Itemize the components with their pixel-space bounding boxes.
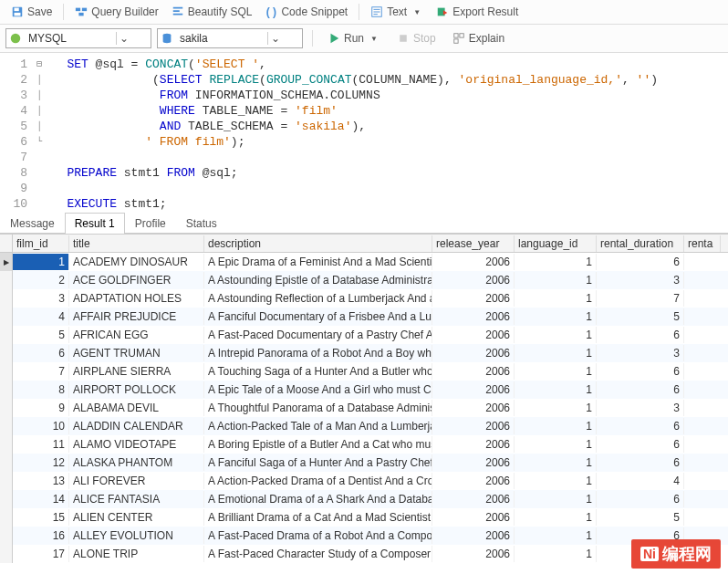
table-row[interactable]: 10ALADDIN CALENDARA Action-Packed Tale o… bbox=[0, 417, 728, 435]
cell-rental_duration[interactable]: 6 bbox=[597, 363, 684, 380]
row-handle[interactable] bbox=[0, 417, 13, 435]
cell-title[interactable]: AIRPLANE SIERRA bbox=[69, 363, 204, 380]
row-handle[interactable] bbox=[0, 490, 13, 508]
cell-language_id[interactable]: 1 bbox=[515, 473, 597, 489]
cell-release_year[interactable]: 2006 bbox=[432, 363, 515, 380]
cell-release_year[interactable]: 2006 bbox=[432, 509, 515, 526]
cell-film_id[interactable]: 3 bbox=[13, 290, 69, 307]
cell-title[interactable]: ALLEY EVOLUTION bbox=[69, 527, 204, 544]
cell-rental_duration[interactable]: 3 bbox=[597, 272, 684, 288]
cell-film_id[interactable]: 5 bbox=[13, 327, 69, 343]
cell-title[interactable]: AGENT TRUMAN bbox=[69, 345, 204, 361]
row-handle[interactable]: ▶ bbox=[0, 253, 13, 271]
cell-rental_duration[interactable]: 6 bbox=[597, 254, 684, 270]
table-row[interactable]: 5AFRICAN EGGA Fast-Paced Documentary of … bbox=[0, 326, 728, 344]
table-row[interactable]: 8AIRPORT POLLOCKA Epic Tale of a Moose A… bbox=[0, 381, 728, 399]
row-handle[interactable] bbox=[0, 289, 13, 308]
cell-description[interactable]: A Emotional Drama of a A Shark And a Dat… bbox=[204, 491, 432, 507]
col-description[interactable]: description bbox=[204, 235, 432, 252]
cell-film_id[interactable]: 12 bbox=[13, 454, 69, 471]
cell-rental_duration[interactable]: 6 bbox=[597, 491, 684, 507]
tab-status[interactable]: Status bbox=[176, 213, 227, 234]
cell-title[interactable]: ALADDIN CALENDAR bbox=[69, 418, 204, 434]
cell-rental_duration[interactable]: 3 bbox=[597, 400, 684, 416]
cell-language_id[interactable]: 1 bbox=[515, 272, 597, 288]
row-handle[interactable] bbox=[0, 527, 13, 545]
query-builder-button[interactable]: Query Builder bbox=[69, 4, 163, 20]
row-handle[interactable] bbox=[0, 472, 13, 490]
engine-dropdown[interactable]: MYSQL ⌄ bbox=[5, 28, 151, 48]
cell-film_id[interactable]: 17 bbox=[13, 546, 69, 562]
cell-release_year[interactable]: 2006 bbox=[432, 473, 515, 489]
cell-description[interactable]: A Action-Packed Drama of a Dentist And a… bbox=[204, 473, 432, 489]
cell-description[interactable]: A Brilliant Drama of a Cat And a Mad Sci… bbox=[204, 509, 432, 526]
cell-description[interactable]: A Fast-Paced Documentary of a Pastry Che… bbox=[204, 327, 432, 343]
cell-description[interactable]: A Epic Drama of a Feminist And a Mad Sci… bbox=[204, 254, 432, 270]
cell-language_id[interactable]: 1 bbox=[515, 345, 597, 361]
cell-title[interactable]: ALI FOREVER bbox=[69, 473, 204, 489]
tab-message[interactable]: Message bbox=[0, 213, 65, 234]
cell-language_id[interactable]: 1 bbox=[515, 454, 597, 471]
cell-description[interactable]: A Fast-Paced Character Study of a Compos… bbox=[204, 546, 432, 562]
col-renta[interactable]: renta bbox=[684, 235, 721, 252]
cell-language_id[interactable]: 1 bbox=[515, 327, 597, 343]
explain-button[interactable]: Explain bbox=[447, 30, 510, 47]
cell-film_id[interactable]: 11 bbox=[13, 436, 69, 453]
cell-release_year[interactable]: 2006 bbox=[432, 308, 515, 325]
table-row[interactable]: 7AIRPLANE SIERRAA Touching Saga of a Hun… bbox=[0, 362, 728, 381]
cell-film_id[interactable]: 10 bbox=[13, 418, 69, 434]
cell-rental_duration[interactable]: 6 bbox=[597, 436, 684, 453]
cell-description[interactable]: A Astounding Epistle of a Database Admin… bbox=[204, 272, 432, 288]
cell-language_id[interactable]: 1 bbox=[515, 254, 597, 270]
cell-language_id[interactable]: 1 bbox=[515, 363, 597, 380]
cell-rental_duration[interactable]: 3 bbox=[597, 345, 684, 361]
fold-gutter[interactable]: ⊟││││└ bbox=[33, 57, 46, 204]
cell-title[interactable]: AIRPORT POLLOCK bbox=[69, 381, 204, 398]
row-handle[interactable] bbox=[0, 326, 13, 344]
cell-title[interactable]: ACADEMY DINOSAUR bbox=[69, 254, 204, 270]
cell-title[interactable]: ACE GOLDFINGER bbox=[69, 272, 204, 288]
cell-rental_duration[interactable]: 5 bbox=[597, 509, 684, 526]
corner-handle[interactable] bbox=[0, 235, 13, 252]
stop-button[interactable]: Stop bbox=[391, 30, 442, 47]
row-handle[interactable] bbox=[0, 381, 13, 399]
cell-language_id[interactable]: 1 bbox=[515, 546, 597, 562]
cell-description[interactable]: A Action-Packed Tale of a Man And a Lumb… bbox=[204, 418, 432, 434]
save-button[interactable]: Save bbox=[5, 4, 57, 20]
text-button[interactable]: Text ▼ bbox=[365, 4, 429, 20]
table-row[interactable]: 16ALLEY EVOLUTIONA Fast-Paced Drama of a… bbox=[0, 527, 728, 545]
row-handle[interactable] bbox=[0, 308, 13, 326]
table-row[interactable]: 6AGENT TRUMANA Intrepid Panorama of a Ro… bbox=[0, 344, 728, 362]
cell-language_id[interactable]: 1 bbox=[515, 308, 597, 325]
col-title[interactable]: title bbox=[69, 235, 204, 252]
cell-description[interactable]: A Touching Saga of a Hunter And a Butler… bbox=[204, 363, 432, 380]
col-release-year[interactable]: release_year bbox=[432, 235, 515, 252]
cell-title[interactable]: ALIEN CENTER bbox=[69, 509, 204, 526]
cell-film_id[interactable]: 7 bbox=[13, 363, 69, 380]
cell-language_id[interactable]: 1 bbox=[515, 400, 597, 416]
cell-film_id[interactable]: 1 bbox=[13, 254, 69, 270]
cell-release_year[interactable]: 2006 bbox=[432, 527, 515, 544]
cell-title[interactable]: ALASKA PHANTOM bbox=[69, 454, 204, 471]
row-handle[interactable] bbox=[0, 344, 13, 362]
cell-film_id[interactable]: 9 bbox=[13, 400, 69, 416]
cell-release_year[interactable]: 2006 bbox=[432, 491, 515, 507]
cell-language_id[interactable]: 1 bbox=[515, 418, 597, 434]
cell-release_year[interactable]: 2006 bbox=[432, 345, 515, 361]
cell-rental_duration[interactable]: 5 bbox=[597, 308, 684, 325]
cell-film_id[interactable]: 13 bbox=[13, 473, 69, 489]
row-handle[interactable] bbox=[0, 362, 13, 381]
cell-release_year[interactable]: 2006 bbox=[432, 418, 515, 434]
col-film-id[interactable]: film_id bbox=[13, 235, 69, 252]
result-grid[interactable]: film_id title description release_year l… bbox=[0, 234, 728, 563]
table-row[interactable]: 11ALAMO VIDEOTAPEA Boring Epistle of a B… bbox=[0, 435, 728, 454]
cell-release_year[interactable]: 2006 bbox=[432, 327, 515, 343]
cell-rental_duration[interactable]: 6 bbox=[597, 327, 684, 343]
row-handle[interactable] bbox=[0, 454, 13, 472]
cell-description[interactable]: A Thoughtful Panorama of a Database Admi… bbox=[204, 400, 432, 416]
snippet-button[interactable]: ( ) Code Snippet bbox=[259, 4, 353, 20]
cell-language_id[interactable]: 1 bbox=[515, 509, 597, 526]
row-handle[interactable] bbox=[0, 545, 13, 563]
table-row[interactable]: 13ALI FOREVERA Action-Packed Drama of a … bbox=[0, 472, 728, 490]
table-row[interactable]: 3ADAPTATION HOLESA Astounding Reflection… bbox=[0, 289, 728, 308]
